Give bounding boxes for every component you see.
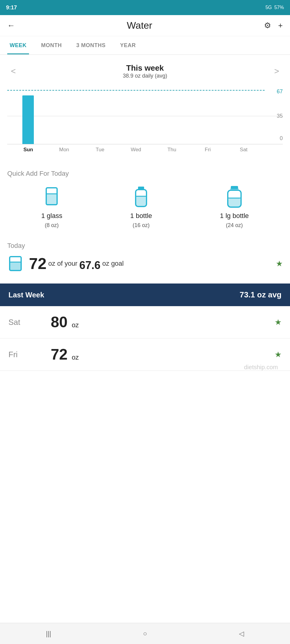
bottle-label: 1 bottle	[130, 212, 152, 220]
chart-bars	[7, 90, 265, 144]
today-section: Today 72 oz of your 67.6 oz goal ★	[0, 237, 290, 277]
last-week-value: 73.1 oz avg	[240, 290, 282, 300]
nav-back[interactable]: ◁	[232, 627, 251, 641]
today-row: 72 oz of your 67.6 oz goal ★	[7, 255, 283, 273]
today-amount: 72	[29, 255, 47, 273]
last-week-banner: Last Week 73.1 oz avg	[0, 284, 290, 306]
svg-rect-13	[10, 262, 21, 271]
tab-year[interactable]: YEAR	[118, 36, 138, 54]
glass-sub: (8 oz)	[45, 222, 59, 229]
day-star-fri: ★	[275, 350, 282, 359]
x-label-thu: Thu	[154, 144, 190, 153]
chart-bar-fri[interactable]	[190, 90, 226, 144]
today-text: 72 oz of your 67.6 oz goal	[29, 255, 270, 273]
x-label-sun: Sun	[10, 144, 46, 153]
quick-add-bottle[interactable]: 1 bottle (16 oz)	[130, 185, 152, 229]
chart-bar-tue[interactable]	[82, 90, 118, 144]
tabs-bar: WEEK MONTH 3 MONTHS YEAR	[0, 36, 290, 55]
svg-rect-1	[46, 194, 57, 205]
x-label-sat: Sat	[226, 144, 262, 153]
nav-menu[interactable]: |||	[39, 627, 58, 641]
status-network: 5G	[266, 5, 272, 10]
x-label-tue: Tue	[82, 144, 118, 153]
quick-add-lg-bottle[interactable]: 1 lg bottle (24 oz)	[220, 185, 249, 229]
header: ← Water ⚙ +	[0, 15, 290, 36]
bar-sun	[22, 95, 34, 144]
glass-label: 1 glass	[41, 212, 62, 220]
header-icons: ⚙ +	[264, 21, 283, 30]
chart-label-35: 35	[277, 113, 283, 119]
chart-bar-thu[interactable]	[154, 90, 190, 144]
glass-icon	[42, 185, 61, 210]
day-row-sat[interactable]: Sat 80 oz ★	[0, 306, 290, 338]
bottle-sub: (16 oz)	[133, 222, 150, 229]
chart-bar-wed[interactable]	[118, 90, 154, 144]
today-goal: 67.6	[79, 259, 100, 272]
last-week-label: Last Week	[8, 291, 44, 299]
svg-rect-10	[228, 198, 241, 207]
bottle-icon	[131, 185, 151, 210]
chart-bar-sat[interactable]	[226, 90, 262, 144]
today-label: Today	[7, 242, 283, 250]
quick-add-row: 1 glass (8 oz) 1 bottle (16 oz) 1 lg bot…	[0, 182, 290, 237]
today-star: ★	[276, 259, 283, 268]
quick-add-title: Quick Add For Today	[0, 162, 290, 182]
status-right: 5G 57%	[266, 5, 284, 10]
chart-bar-mon[interactable]	[46, 90, 82, 144]
chart-label-0: 0	[280, 135, 283, 142]
week-nav: < This week 38.9 oz daily (avg) >	[0, 55, 290, 84]
add-button[interactable]: +	[278, 21, 283, 30]
day-unit-sat: oz	[72, 321, 79, 329]
lg-bottle-icon	[225, 185, 244, 210]
page-title: Water	[127, 20, 152, 31]
back-button[interactable]: ←	[7, 21, 15, 30]
today-glass-icon	[7, 255, 24, 272]
week-subtitle: 38.9 oz daily (avg)	[123, 73, 167, 79]
status-time: 9:17	[6, 5, 17, 11]
x-label-wed: Wed	[118, 144, 154, 153]
week-nav-center: This week 38.9 oz daily (avg)	[123, 63, 167, 79]
day-star-sat: ★	[275, 318, 282, 327]
x-label-mon: Mon	[46, 144, 82, 153]
day-value-fri: 72 oz	[33, 346, 275, 363]
tab-month[interactable]: MONTH	[39, 36, 64, 54]
chart-container: 67 35 0	[0, 90, 290, 162]
today-unit: oz of your	[48, 260, 78, 268]
settings-button[interactable]: ⚙	[264, 21, 271, 30]
chart-label-67: 67	[277, 88, 283, 95]
bottom-nav: ||| ○ ◁	[0, 623, 290, 644]
x-label-fri: Fri	[190, 144, 226, 153]
nav-home[interactable]: ○	[136, 627, 154, 641]
day-name-fri: Fri	[8, 350, 33, 359]
chart-x-labels: Sun Mon Tue Wed Thu Fri Sat	[7, 144, 265, 153]
week-title: This week	[123, 63, 167, 73]
next-week-button[interactable]: >	[274, 66, 279, 76]
status-bar: 9:17 5G 57%	[0, 0, 290, 15]
status-battery: 57%	[274, 5, 284, 10]
day-value-sat: 80 oz	[33, 313, 275, 331]
chart-inner: 67 35 0	[7, 90, 283, 144]
lg-bottle-label: 1 lg bottle	[220, 212, 249, 220]
quick-add-glass[interactable]: 1 glass (8 oz)	[41, 185, 62, 229]
prev-week-button[interactable]: <	[11, 66, 16, 76]
today-goal-unit: oz goal	[102, 260, 124, 268]
lg-bottle-sub: (24 oz)	[226, 222, 243, 229]
day-unit-fri: oz	[72, 354, 79, 361]
tab-3months[interactable]: 3 MONTHS	[74, 36, 108, 54]
tab-week[interactable]: WEEK	[7, 36, 29, 54]
day-name-sat: Sat	[8, 318, 33, 327]
chart-bar-sun[interactable]	[10, 90, 46, 144]
svg-rect-5	[136, 196, 147, 207]
day-row-fri[interactable]: Fri 72 oz ★	[0, 338, 290, 371]
